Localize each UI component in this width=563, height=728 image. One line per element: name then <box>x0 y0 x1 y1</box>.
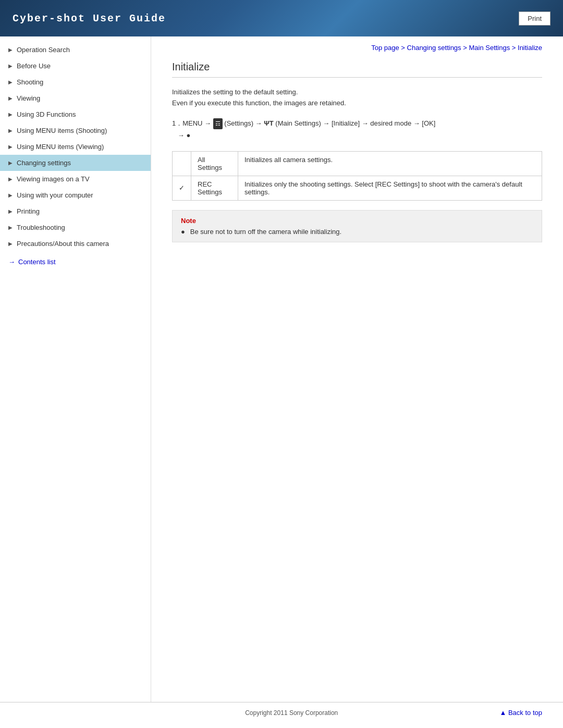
sidebar-arrow-icon: ▶ <box>8 208 13 214</box>
sidebar-item-10[interactable]: ▶ Printing <box>0 203 151 219</box>
copyright: Copyright 2011 Sony Corporation <box>83 709 499 717</box>
sidebar-item-9[interactable]: ▶ Using with your computer <box>0 187 151 203</box>
sidebar-label: Using MENU items (Shooting) <box>17 127 107 134</box>
sidebar-label: Troubleshooting <box>17 224 65 231</box>
note-text: Be sure not to turn off the camera while… <box>190 228 341 236</box>
app-title: Cyber-shot User Guide <box>13 13 166 24</box>
sidebar-item-7[interactable]: ▶ Changing settings <box>0 155 151 171</box>
sidebar-arrow-icon: ▶ <box>8 79 13 85</box>
sidebar-item-3[interactable]: ▶ Viewing <box>0 90 151 106</box>
arrow-icon: → <box>8 258 15 266</box>
step-suffix: → ● <box>172 131 190 139</box>
sidebar-arrow-icon: ▶ <box>8 63 13 69</box>
setting-description: Initializes only the shooting settings. … <box>238 176 542 200</box>
header: Cyber-shot User Guide Print <box>0 0 563 36</box>
sidebar-arrow-icon: ▶ <box>8 241 13 246</box>
sidebar-label: Viewing images on a TV <box>17 175 90 183</box>
sidebar-label: Before Use <box>17 62 51 70</box>
sidebar-label: Viewing <box>17 94 40 102</box>
note-box: Note ● Be sure not to turn off the camer… <box>172 210 542 242</box>
sidebar-item-11[interactable]: ▶ Troubleshooting <box>0 219 151 236</box>
sidebar-label: Using MENU items (Viewing) <box>17 143 104 151</box>
settings-icon: ☶ <box>213 118 223 130</box>
description: Initializes the setting to the default s… <box>172 87 542 109</box>
sidebar-label: Operation Search <box>17 46 70 54</box>
footer: Copyright 2011 Sony Corporation ▲ Back t… <box>0 702 563 723</box>
print-button[interactable]: Print <box>519 11 550 26</box>
sidebar-arrow-icon: ▶ <box>8 225 13 230</box>
setting-name: All Settings <box>191 151 238 176</box>
content-area: Top page > Changing settings > Main Sett… <box>151 36 563 702</box>
sidebar-label: Using 3D Functions <box>17 110 76 118</box>
check-cell: ✓ <box>173 176 191 200</box>
sidebar-arrow-icon: ▶ <box>8 192 13 198</box>
sidebar-label: Shooting <box>17 78 43 86</box>
step-settings-parens: (Settings) → <box>224 119 264 127</box>
sidebar-arrow-icon: ▶ <box>8 128 13 133</box>
sidebar-arrow-icon: ▶ <box>8 160 13 166</box>
sidebar-arrow-icon: ▶ <box>8 112 13 117</box>
main-layout: ▶ Operation Search▶ Before Use▶ Shooting… <box>0 36 563 702</box>
table-row: All Settings Initializes all camera sett… <box>173 151 542 176</box>
bullet-icon: ● <box>181 228 185 236</box>
setting-description: Initializes all camera settings. <box>238 151 542 176</box>
table-row: ✓ REC Settings Initializes only the shoo… <box>173 176 542 200</box>
contents-list-link[interactable]: → Contents list <box>0 252 151 272</box>
check-cell <box>173 151 191 176</box>
step-main: (Main Settings) → [Initialize] → desired… <box>275 119 435 127</box>
sidebar-label: Using with your computer <box>17 191 93 199</box>
contents-link-label: Contents list <box>18 258 56 266</box>
sidebar-item-1[interactable]: ▶ Before Use <box>0 58 151 74</box>
sidebar-arrow-icon: ▶ <box>8 95 13 101</box>
sidebar-arrow-icon: ▶ <box>8 176 13 182</box>
breadcrumb: Top page > Changing settings > Main Sett… <box>172 36 542 57</box>
sidebar-item-5[interactable]: ▶ Using MENU items (Shooting) <box>0 122 151 139</box>
page-title: Initialize <box>172 61 542 78</box>
page-number: 179 <box>0 723 563 728</box>
sidebar-item-4[interactable]: ▶ Using 3D Functions <box>0 106 151 122</box>
note-item: ● Be sure not to turn off the camera whi… <box>181 228 533 236</box>
back-to-top-link[interactable]: ▲ Back to top <box>499 709 542 717</box>
sidebar-arrow-icon: ▶ <box>8 47 13 53</box>
settings-table: All Settings Initializes all camera sett… <box>172 151 542 201</box>
sidebar-arrow-icon: ▶ <box>8 144 13 150</box>
description-line-1: Initializes the setting to the default s… <box>172 87 542 98</box>
sidebar-label: Printing <box>17 207 40 215</box>
breadcrumb-text: Top page > Changing settings > Main Sett… <box>371 44 542 52</box>
sidebar-item-8[interactable]: ▶ Viewing images on a TV <box>0 171 151 187</box>
sidebar-label: Precautions/About this camera <box>17 240 109 248</box>
note-title: Note <box>181 217 533 225</box>
sidebar-label: Changing settings <box>17 159 71 167</box>
sidebar: ▶ Operation Search▶ Before Use▶ Shooting… <box>0 36 151 702</box>
description-line-2: Even if you execute this function, the i… <box>172 98 542 109</box>
step-prefix: 1．MENU → <box>172 119 213 127</box>
sidebar-item-0[interactable]: ▶ Operation Search <box>0 42 151 58</box>
setting-name: REC Settings <box>191 176 238 200</box>
step-instruction: 1．MENU → ☶ (Settings) → ΨT (Main Setting… <box>172 117 542 142</box>
sidebar-item-12[interactable]: ▶ Precautions/About this camera <box>0 236 151 252</box>
main-settings-icon: ΨT <box>264 119 273 127</box>
sidebar-item-2[interactable]: ▶ Shooting <box>0 74 151 90</box>
sidebar-item-6[interactable]: ▶ Using MENU items (Viewing) <box>0 139 151 155</box>
